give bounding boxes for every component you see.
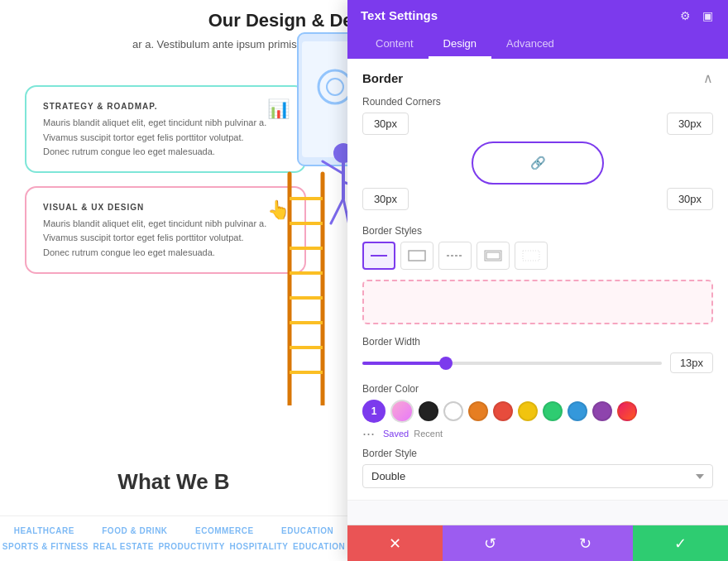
ux-label: VISUAL & UX DESIGN — [43, 203, 288, 212]
color-purple[interactable] — [592, 401, 612, 421]
border-section-title: Border — [362, 71, 403, 85]
rounded-corners-layout: 🔗 — [362, 113, 713, 213]
card-ux: 👆 VISUAL & UX DESIGN Mauris blandit aliq… — [25, 186, 306, 274]
border-style-label: Border Style — [362, 448, 713, 459]
svg-rect-25 — [523, 251, 539, 261]
color-number-badge[interactable]: 1 — [362, 400, 386, 423]
saved-recent-row: ··· Saved Recent — [362, 426, 713, 441]
color-black[interactable] — [419, 401, 438, 421]
svg-rect-20 — [371, 255, 387, 257]
footer-undo-btn[interactable]: ↺ — [443, 525, 538, 561]
nav-sports[interactable]: SPORTS & FITNESS — [2, 542, 89, 551]
modal-tabs: Content Design Advanced — [347, 31, 728, 59]
nav-education-2[interactable]: EDUCATION — [293, 542, 345, 551]
nav-row-1: HEALTHCARE FOOD & DRINK ECOMMERCE EDUCAT… — [0, 523, 347, 539]
nav-productivity[interactable]: PRODUCTIVITY — [158, 542, 224, 551]
border-color-label: Border Color — [362, 383, 713, 395]
svg-rect-24 — [486, 252, 500, 259]
bottom-nav: HEALTHCARE FOOD & DRINK ECOMMERCE EDUCAT… — [0, 515, 347, 561]
color-blue[interactable] — [568, 401, 587, 421]
tab-content[interactable]: Content — [361, 31, 429, 59]
modal-settings-icon[interactable]: ⚙ — [678, 9, 692, 22]
border-style-select[interactable]: None Solid Dashed Dotted Double Groove R… — [362, 464, 713, 488]
footer-save-btn[interactable]: ✓ — [633, 525, 728, 561]
modal-body: Border ∧ Rounded Corners 🔗 — [347, 59, 728, 525]
svg-rect-21 — [409, 251, 425, 261]
color-gradient-pink[interactable] — [390, 400, 414, 423]
corner-top-right[interactable] — [667, 113, 713, 135]
corner-top-left[interactable] — [362, 113, 409, 135]
color-orange[interactable] — [468, 401, 488, 421]
color-more-btn[interactable]: ··· — [362, 426, 375, 441]
strategy-text: Mauris blandit aliquet elit, eget tincid… — [43, 116, 288, 160]
border-width-fill — [362, 362, 446, 365]
corner-bottom-left[interactable] — [362, 188, 409, 210]
bs-none[interactable] — [515, 242, 548, 270]
color-yellow[interactable] — [518, 401, 538, 421]
border-preview — [362, 280, 713, 324]
color-white[interactable] — [443, 401, 463, 421]
rc-center-preview: 🔗 — [362, 141, 713, 185]
color-saved-label: Saved — [383, 429, 409, 439]
footer-cancel-btn[interactable]: ✕ — [347, 525, 443, 561]
color-gradient-red[interactable] — [617, 401, 637, 421]
color-swatches-row: 1 — [362, 400, 713, 423]
modal-header-icons: ⚙ ▣ — [678, 9, 715, 22]
border-section-toggle[interactable]: ∧ — [703, 70, 713, 86]
color-red[interactable] — [493, 401, 513, 421]
color-recent-label: Recent — [414, 429, 443, 439]
bs-solid[interactable] — [362, 242, 395, 270]
tab-design[interactable]: Design — [429, 31, 491, 59]
nav-hospitality[interactable]: HOSPITALITY — [230, 542, 289, 551]
modal-expand-icon[interactable]: ▣ — [701, 9, 715, 22]
modal-header: Text Settings ⚙ ▣ — [347, 0, 728, 31]
border-style-icons — [362, 242, 713, 270]
border-width-value[interactable] — [670, 352, 713, 373]
rounded-corners-label: Rounded Corners — [362, 96, 713, 108]
rc-bottom-row — [362, 188, 713, 210]
text-settings-modal: Text Settings ⚙ ▣ Content Design Advance… — [347, 0, 728, 561]
card-strategy: 📊 STRATEGY & ROADMAP. Mauris blandit ali… — [25, 85, 306, 173]
what-we-heading: What We B — [0, 469, 347, 495]
nav-row-2: SPORTS & FITNESS REAL ESTATE PRODUCTIVIT… — [0, 539, 347, 554]
footer-redo-btn[interactable]: ↻ — [538, 525, 633, 561]
strategy-label: STRATEGY & ROADMAP. — [43, 102, 288, 111]
tab-advanced[interactable]: Advanced — [491, 31, 569, 59]
nav-healthcare[interactable]: HEALTHCARE — [14, 526, 74, 535]
nav-ecommerce[interactable]: ECOMMERCE — [195, 526, 254, 535]
nav-education-1[interactable]: EDUCATION — [281, 526, 333, 535]
border-width-track[interactable] — [362, 362, 662, 365]
modal-footer: ✕ ↺ ↻ ✓ — [347, 525, 728, 561]
color-green[interactable] — [543, 401, 563, 421]
corner-preview: 🔗 — [472, 141, 604, 185]
border-section: Border ∧ Rounded Corners 🔗 — [347, 59, 728, 501]
border-width-thumb[interactable] — [439, 357, 453, 370]
bs-outlined[interactable] — [400, 242, 433, 270]
modal-title: Text Settings — [361, 8, 438, 22]
bs-dashed[interactable] — [438, 242, 472, 270]
nav-realestate[interactable]: REAL ESTATE — [93, 542, 154, 551]
border-section-header: Border ∧ — [362, 70, 713, 86]
link-icon: 🔗 — [530, 156, 546, 170]
bs-double[interactable] — [477, 242, 510, 270]
border-style-row: None Solid Dashed Dotted Double Groove R… — [362, 464, 713, 488]
border-width-slider-row — [362, 352, 713, 373]
svg-line-18 — [331, 199, 343, 223]
nav-food[interactable]: FOOD & DRINK — [102, 526, 167, 535]
border-styles-label: Border Styles — [362, 225, 713, 237]
corner-bottom-right[interactable] — [667, 188, 713, 210]
border-width-label: Border Width — [362, 336, 713, 348]
ux-text: Mauris blandit aliquet elit, eget tincid… — [43, 217, 288, 261]
rc-top-row — [362, 113, 713, 135]
